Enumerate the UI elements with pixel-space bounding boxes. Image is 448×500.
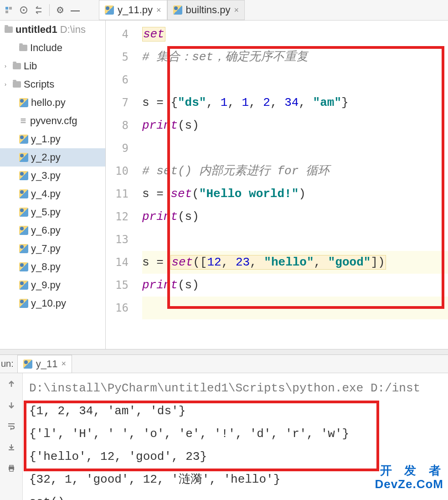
tree-item-hello-py[interactable]: hello.py bbox=[0, 94, 105, 112]
watermark: 开 发 者 DevZe.CoM bbox=[375, 465, 443, 491]
item-label: y_8.py bbox=[31, 261, 61, 273]
python-file-icon bbox=[19, 98, 28, 107]
python-file-icon bbox=[19, 135, 28, 144]
item-label: Include bbox=[30, 42, 62, 54]
project-sidebar: untitled1 D:\ins Include›Lib›Scriptshell… bbox=[0, 21, 106, 349]
line-number: 14 bbox=[106, 251, 129, 274]
tree-item-y_4-py[interactable]: y_4.py bbox=[0, 185, 105, 203]
python-file-icon bbox=[19, 244, 28, 253]
chevron-icon: › bbox=[5, 81, 10, 88]
item-label: Scripts bbox=[24, 78, 54, 90]
close-icon[interactable]: × bbox=[62, 359, 67, 369]
console-line: set() bbox=[29, 491, 445, 500]
code-content[interactable]: set # 集合：set，确定无序不重复 s = {"ds", 1, 1, 2,… bbox=[138, 21, 448, 349]
project-root[interactable]: untitled1 D:\ins bbox=[0, 21, 105, 39]
python-file-icon bbox=[19, 189, 28, 198]
tree-item-y_9-py[interactable]: y_9.py bbox=[0, 276, 105, 294]
editor-tabs: y_11.py × builtins.py × bbox=[99, 0, 245, 20]
main-area: untitled1 D:\ins Include›Lib›Scriptshell… bbox=[0, 21, 448, 349]
python-file-icon bbox=[19, 153, 28, 162]
svg-rect-0 bbox=[5, 7, 8, 10]
tree-item-y_7-py[interactable]: y_7.py bbox=[0, 240, 105, 258]
tree-item-y_8-py[interactable]: y_8.py bbox=[0, 258, 105, 276]
console-line: {'l', 'H', ' ', 'o', 'e', '!', 'd', 'r',… bbox=[29, 422, 445, 445]
python-file-icon bbox=[19, 226, 28, 235]
svg-rect-7 bbox=[10, 469, 13, 471]
tree-item-y_2-py[interactable]: y_2.py bbox=[0, 148, 105, 167]
tree-item-Include[interactable]: Include bbox=[0, 39, 105, 57]
console-command: D:\install\PyCharm\untitled1\Scripts\pyt… bbox=[29, 377, 445, 400]
wrap-icon[interactable] bbox=[5, 420, 18, 432]
code-comment: # 集合：set，确定无序不重复 bbox=[142, 50, 308, 64]
line-number: 4 bbox=[106, 23, 129, 46]
chevron-icon: › bbox=[5, 63, 10, 69]
print-icon[interactable] bbox=[5, 462, 18, 474]
toolbar-icon-1[interactable] bbox=[2, 4, 15, 16]
run-config-tab[interactable]: y_11 × bbox=[17, 355, 72, 373]
python-file-icon bbox=[19, 171, 28, 180]
code-editor[interactable]: 45678910111213141516 set # 集合：set，确定无序不重… bbox=[106, 21, 448, 349]
separator bbox=[49, 4, 50, 16]
console-output[interactable]: D:\install\PyCharm\untitled1\Scripts\pyt… bbox=[23, 373, 448, 500]
python-file-icon bbox=[19, 281, 28, 290]
splitter[interactable] bbox=[0, 349, 448, 355]
console-toolbar bbox=[0, 373, 23, 500]
line-number: 11 bbox=[106, 182, 129, 205]
tree-item-pyvenv-cfg[interactable]: ≡pyvenv.cfg bbox=[0, 112, 105, 130]
item-label: y_6.py bbox=[31, 224, 61, 236]
export-icon[interactable] bbox=[5, 441, 18, 453]
tree-item-Lib[interactable]: ›Lib bbox=[0, 57, 105, 75]
root-label: untitled1 bbox=[15, 24, 57, 36]
tab-label: builtins.py bbox=[186, 4, 231, 16]
item-label: y_10.py bbox=[31, 297, 66, 309]
config-icon: ≡ bbox=[19, 117, 27, 125]
line-number: 12 bbox=[106, 205, 129, 228]
python-file-icon bbox=[19, 208, 28, 217]
item-label: y_1.py bbox=[31, 133, 61, 145]
console-line: {1, 2, 34, 'am', 'ds'} bbox=[29, 400, 445, 422]
line-number: 8 bbox=[106, 114, 129, 137]
python-file-icon bbox=[105, 5, 114, 15]
tree-item-y_3-py[interactable]: y_3.py bbox=[0, 167, 105, 185]
python-file-icon bbox=[19, 299, 28, 308]
folder-icon bbox=[5, 26, 13, 33]
line-number: 15 bbox=[106, 274, 129, 297]
tree-item-y_10-py[interactable]: y_10.py bbox=[0, 294, 105, 312]
target-icon[interactable] bbox=[17, 4, 30, 16]
svg-rect-6 bbox=[10, 465, 13, 467]
tree-item-y_1-py[interactable]: y_1.py bbox=[0, 130, 105, 148]
up-arrow-icon[interactable] bbox=[5, 378, 18, 391]
main-toolbar: ⚙ — y_11.py × builtins.py × bbox=[0, 0, 448, 21]
tree-item-Scripts[interactable]: ›Scripts bbox=[0, 75, 105, 94]
tree-item-y_5-py[interactable]: y_5.py bbox=[0, 203, 105, 221]
root-path: D:\ins bbox=[60, 24, 86, 36]
close-icon[interactable]: × bbox=[156, 5, 161, 15]
item-label: hello.py bbox=[31, 97, 66, 109]
run-label: un: bbox=[1, 359, 14, 369]
close-icon[interactable]: × bbox=[234, 5, 239, 15]
line-number: 6 bbox=[106, 68, 129, 91]
down-arrow-icon[interactable] bbox=[5, 399, 18, 411]
watermark-en: DevZe.CoM bbox=[375, 478, 443, 491]
code-token: set bbox=[142, 27, 165, 42]
python-file-icon bbox=[23, 359, 32, 369]
run-toolbar: un: y_11 × bbox=[0, 355, 448, 373]
line-number: 5 bbox=[106, 46, 129, 68]
tab-builtins[interactable]: builtins.py × bbox=[167, 0, 245, 20]
code-comment: # set() 内部元素进行 for 循环 bbox=[142, 164, 330, 178]
line-number: 13 bbox=[106, 228, 129, 251]
tab-y11[interactable]: y_11.py × bbox=[99, 0, 167, 20]
gear-icon[interactable]: ⚙ bbox=[54, 4, 67, 16]
line-number: 7 bbox=[106, 91, 129, 114]
tree-item-y_6-py[interactable]: y_6.py bbox=[0, 221, 105, 240]
folder-icon bbox=[19, 45, 27, 51]
minimize-icon[interactable]: — bbox=[69, 4, 82, 16]
item-label: Lib bbox=[24, 60, 37, 72]
run-tab-label: y_11 bbox=[36, 358, 58, 370]
folder-icon bbox=[13, 81, 21, 88]
svg-point-4 bbox=[23, 9, 25, 11]
folder-icon bbox=[13, 63, 21, 69]
watermark-cn: 开 发 者 bbox=[375, 465, 443, 478]
collapse-icon[interactable] bbox=[32, 4, 45, 16]
run-console: D:\install\PyCharm\untitled1\Scripts\pyt… bbox=[0, 373, 448, 500]
